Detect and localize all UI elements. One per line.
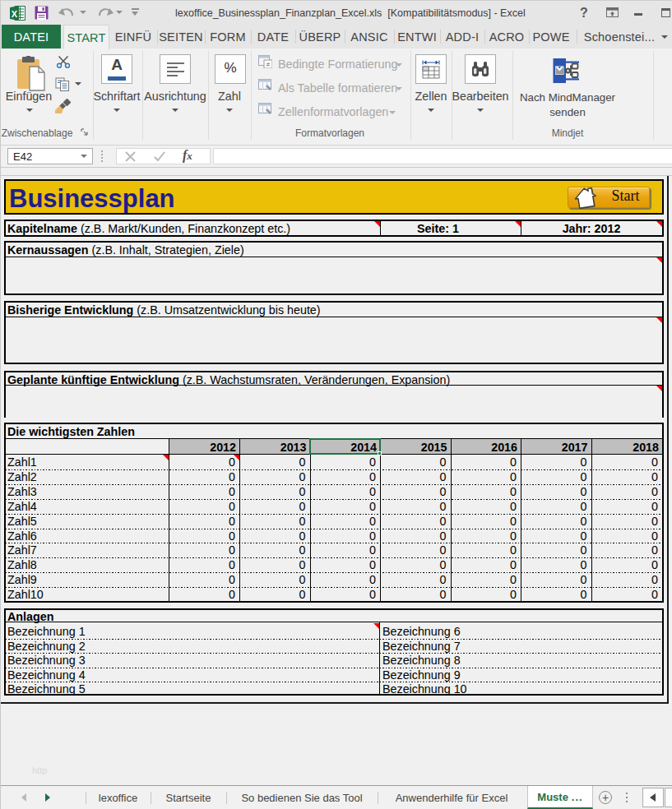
svg-text:X: X [12, 9, 18, 19]
svg-text:≠: ≠ [266, 61, 271, 68]
